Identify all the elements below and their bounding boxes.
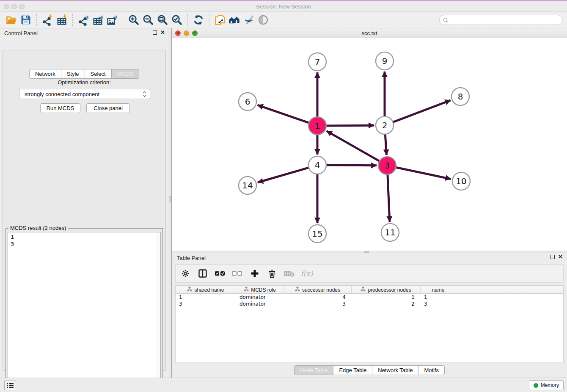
cell: 1 xyxy=(352,294,421,301)
column-header-shared-name[interactable]: shared name xyxy=(176,286,236,294)
tab-network[interactable]: Network xyxy=(29,69,61,79)
tab-network-table[interactable]: Network Table xyxy=(372,365,418,375)
column-label: shared name xyxy=(194,287,224,293)
node-1[interactable]: 1 xyxy=(308,117,326,135)
table-row[interactable]: 3dominator323 xyxy=(176,301,563,307)
application-window: Session: New Session Control Panel ✕ Opt… xyxy=(0,0,567,392)
edge-1-6[interactable] xyxy=(258,105,310,123)
edge-2-3[interactable] xyxy=(385,133,386,155)
vertical-splitter-handle[interactable] xyxy=(169,196,171,202)
open-session-icon[interactable] xyxy=(4,13,19,27)
deselect-all-checks-icon[interactable] xyxy=(232,268,243,279)
optimization-criterion-select[interactable]: strongly connected component xyxy=(19,89,150,99)
refresh-icon[interactable] xyxy=(191,13,206,27)
network-manager-icon[interactable] xyxy=(213,13,227,27)
function-builder-icon[interactable]: f(x) xyxy=(301,268,312,279)
node-14[interactable]: 14 xyxy=(239,177,256,194)
export-image-icon[interactable] xyxy=(105,13,119,27)
edge-4-3[interactable] xyxy=(325,165,377,166)
control-panel-tabs: NetworkStyleSelectMCDS xyxy=(0,69,168,79)
zoom-out-icon[interactable] xyxy=(141,13,155,27)
main-titlebar[interactable]: Session: New Session xyxy=(0,1,567,12)
optimization-criterion-label: Optimization criterion: xyxy=(3,79,165,86)
svg-text:7: 7 xyxy=(315,57,320,67)
column-header-successor-nodes[interactable]: successor nodes xyxy=(284,286,352,294)
column-header-MCDS-role[interactable]: MCDS role xyxy=(236,286,284,294)
export-network-icon[interactable] xyxy=(76,13,91,27)
column-header-predecessor-nodes[interactable]: predecessor nodes xyxy=(352,286,421,294)
cell: 4 xyxy=(284,294,352,301)
node-15[interactable]: 15 xyxy=(308,225,326,243)
edge-1-2[interactable] xyxy=(325,125,374,126)
cell: 1 xyxy=(421,294,456,301)
zoom-fit-icon[interactable] xyxy=(155,13,170,27)
search-input[interactable] xyxy=(450,17,559,23)
node-2[interactable]: 2 xyxy=(376,116,394,134)
edge-3-11[interactable] xyxy=(388,173,390,222)
mcds-result-list[interactable]: 13 xyxy=(8,232,161,386)
node-4[interactable]: 4 xyxy=(308,156,326,174)
svg-text:14: 14 xyxy=(242,180,253,190)
mcds-result-group: MCDS result (2 nodes) 13 xyxy=(6,228,163,388)
table-panel: Table Panel ✕ f(x) shared nameMCDS roles… xyxy=(172,253,567,378)
table-settings-icon[interactable] xyxy=(180,268,191,279)
tab-node-table[interactable]: Node Table xyxy=(294,365,334,375)
table-panel-float-icon[interactable] xyxy=(550,255,555,259)
edge-3-1[interactable] xyxy=(327,131,381,162)
search-box[interactable] xyxy=(439,15,563,25)
import-table-icon[interactable] xyxy=(55,13,69,27)
tab-motifs[interactable]: Motifs xyxy=(418,365,445,375)
show-hide-icon[interactable] xyxy=(256,13,270,27)
node-10[interactable]: 10 xyxy=(452,172,470,190)
select-all-checks-icon[interactable] xyxy=(215,268,226,279)
toolbar-separator xyxy=(72,14,73,26)
network-canvas[interactable]: 7968124314101511 xyxy=(172,38,567,251)
node-11[interactable]: 11 xyxy=(381,224,399,241)
control-panel-close-icon[interactable]: ✕ xyxy=(160,30,165,35)
close-panel-button[interactable]: Close panel xyxy=(86,103,130,113)
table-row[interactable]: 1dominator411 xyxy=(176,294,563,301)
save-session-icon[interactable] xyxy=(19,13,33,27)
style-mapper-icon[interactable] xyxy=(242,13,256,27)
svg-text:15: 15 xyxy=(312,229,322,239)
delete-table-icon[interactable] xyxy=(284,268,295,279)
table-panel-close-icon[interactable]: ✕ xyxy=(558,255,563,259)
show-panels-button[interactable] xyxy=(4,381,16,390)
edge-3-10[interactable] xyxy=(395,167,451,179)
add-column-icon[interactable] xyxy=(249,268,260,279)
edge-2-8[interactable] xyxy=(392,100,451,123)
result-line: 3 xyxy=(11,240,158,248)
memory-button[interactable]: Memory xyxy=(529,380,564,390)
import-network-icon[interactable] xyxy=(40,13,55,27)
status-bar: Memory xyxy=(0,378,567,392)
tab-select[interactable]: Select xyxy=(85,69,112,79)
column-layout-icon[interactable] xyxy=(197,268,208,279)
edge-4-14[interactable] xyxy=(258,167,310,182)
tab-mcds[interactable]: MCDS xyxy=(111,69,139,79)
result-scrollbar[interactable] xyxy=(156,232,160,386)
node-3[interactable]: 3 xyxy=(378,157,396,174)
control-panel-float-icon[interactable] xyxy=(153,30,157,35)
tab-style[interactable]: Style xyxy=(61,69,85,79)
zoom-in-icon[interactable] xyxy=(127,13,141,27)
node-7[interactable]: 7 xyxy=(308,53,326,71)
node-8[interactable]: 8 xyxy=(451,88,469,105)
zoom-selected-icon[interactable] xyxy=(170,13,184,27)
tab-edge-table[interactable]: Edge Table xyxy=(333,365,372,375)
home-layout-icon[interactable] xyxy=(227,13,242,27)
search-icon xyxy=(443,17,449,23)
node-table: shared nameMCDS rolesuccessor nodesprede… xyxy=(175,285,564,362)
vertical-splitter[interactable] xyxy=(168,28,172,378)
column-header-name[interactable]: name xyxy=(421,286,456,294)
network-graph[interactable]: 7968124314101511 xyxy=(172,38,567,251)
node-6[interactable]: 6 xyxy=(239,93,256,110)
network-titlebar[interactable]: × − + scc.txt xyxy=(172,28,567,38)
export-table-icon[interactable] xyxy=(91,13,105,27)
network-view-window: × − + scc.txt 7968124314101511 xyxy=(172,28,567,251)
svg-text:6: 6 xyxy=(245,97,250,107)
run-mcds-button[interactable]: Run MCDS xyxy=(40,103,80,113)
node-9[interactable]: 9 xyxy=(376,52,394,70)
cell: dominator xyxy=(236,294,284,301)
delete-column-icon[interactable] xyxy=(267,268,278,279)
horizontal-splitter-handle[interactable] xyxy=(364,251,369,253)
